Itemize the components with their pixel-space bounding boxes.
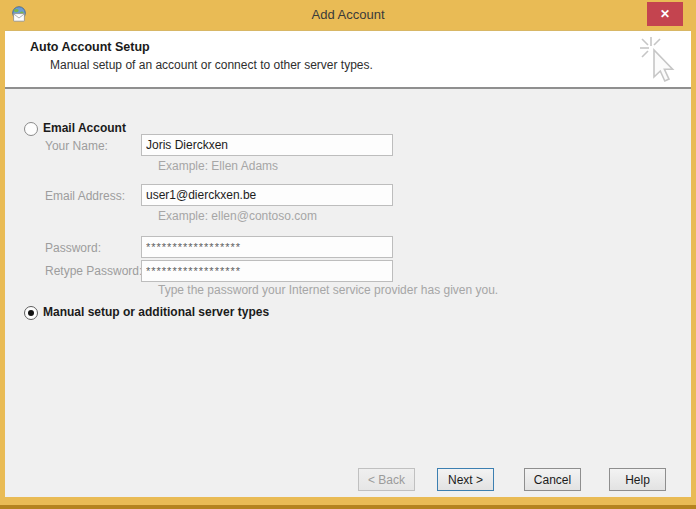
titlebar[interactable]: Add Account ✕ (0, 0, 696, 30)
email-account-radio[interactable] (24, 122, 38, 136)
next-button[interactable]: Next > (437, 468, 494, 491)
email-address-example: Example: ellen@contoso.com (158, 209, 317, 223)
your-name-example: Example: Ellen Adams (158, 159, 278, 173)
cancel-button[interactable]: Cancel (524, 468, 581, 491)
retype-password-input[interactable] (141, 260, 393, 282)
sparkle-cursor-icon (637, 35, 683, 91)
wizard-header: Auto Account Setup Manual setup of an ac… (5, 30, 691, 87)
page-title: Auto Account Setup (30, 40, 150, 54)
email-address-input[interactable] (141, 184, 393, 206)
password-input[interactable] (141, 236, 393, 258)
close-icon[interactable]: ✕ (647, 2, 683, 26)
password-label: Password: (45, 241, 101, 255)
add-account-dialog: Add Account ✕ Auto Account Setup Manual … (0, 0, 696, 509)
back-button[interactable]: < Back (358, 468, 415, 491)
retype-password-label: Retype Password: (45, 264, 142, 278)
window-title: Add Account (0, 0, 696, 30)
email-account-radio-label[interactable]: Email Account (43, 121, 126, 135)
email-address-label: Email Address: (45, 189, 125, 203)
password-hint: Type the password your Internet service … (158, 283, 498, 297)
help-button[interactable]: Help (609, 468, 666, 491)
your-name-label: Your Name: (45, 139, 108, 153)
manual-setup-radio-label[interactable]: Manual setup or additional server types (43, 305, 269, 319)
manual-setup-radio[interactable] (24, 306, 38, 320)
window-bottom-border (0, 505, 696, 509)
your-name-input[interactable] (141, 134, 393, 156)
page-subtitle: Manual setup of an account or connect to… (50, 58, 373, 72)
